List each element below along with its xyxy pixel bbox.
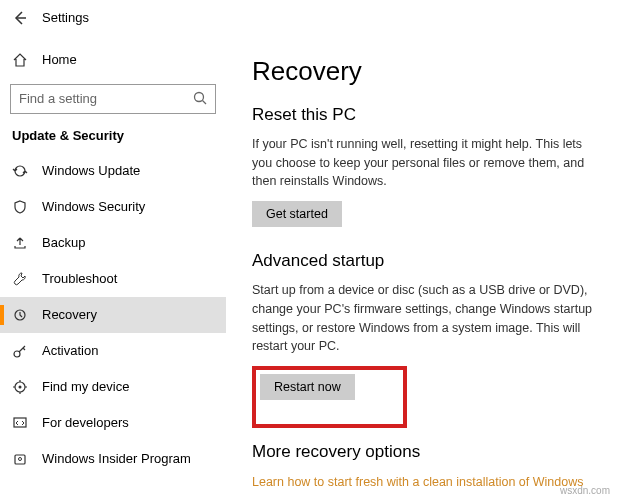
insider-icon: [12, 451, 28, 467]
advanced-startup-desc: Start up from a device or disc (such as …: [252, 281, 598, 356]
page-title: Recovery: [252, 56, 598, 87]
key-icon: [12, 343, 28, 359]
sidebar-item-windows-insider[interactable]: Windows Insider Program: [0, 441, 226, 477]
location-icon: [12, 379, 28, 395]
wrench-icon: [12, 271, 28, 287]
sidebar: Home Update & Security Windows Update Wi…: [0, 36, 226, 500]
sidebar-item-windows-security[interactable]: Windows Security: [0, 189, 226, 225]
sidebar-home-label: Home: [42, 52, 77, 67]
sidebar-item-label: Backup: [42, 235, 85, 250]
more-recovery-title: More recovery options: [252, 442, 598, 462]
sidebar-item-for-developers[interactable]: For developers: [0, 405, 226, 441]
highlight-box: Restart now: [252, 366, 407, 428]
sidebar-item-activation[interactable]: Activation: [0, 333, 226, 369]
svg-rect-12: [15, 455, 25, 464]
sidebar-item-label: Recovery: [42, 307, 97, 322]
backup-icon: [12, 235, 28, 251]
sidebar-item-label: Troubleshoot: [42, 271, 117, 286]
sidebar-item-label: Activation: [42, 343, 98, 358]
titlebar: Settings: [0, 0, 618, 36]
shield-icon: [12, 199, 28, 215]
home-icon: [12, 52, 28, 68]
sidebar-item-troubleshoot[interactable]: Troubleshoot: [0, 261, 226, 297]
search-input[interactable]: [10, 84, 216, 114]
restart-now-button[interactable]: Restart now: [260, 374, 355, 400]
developer-icon: [12, 415, 28, 431]
sidebar-item-label: Windows Update: [42, 163, 140, 178]
sidebar-item-recovery[interactable]: Recovery: [0, 297, 226, 333]
reset-pc-title: Reset this PC: [252, 105, 598, 125]
get-started-button[interactable]: Get started: [252, 201, 342, 227]
sidebar-home[interactable]: Home: [0, 44, 226, 76]
fresh-start-link[interactable]: Learn how to start fresh with a clean in…: [252, 475, 583, 489]
main-content: Recovery Reset this PC If your PC isn't …: [226, 36, 618, 500]
sidebar-item-label: For developers: [42, 415, 129, 430]
svg-point-6: [19, 385, 22, 388]
sidebar-item-label: Find my device: [42, 379, 129, 394]
sidebar-item-label: Windows Insider Program: [42, 451, 191, 466]
window-title: Settings: [42, 10, 89, 25]
sidebar-item-find-my-device[interactable]: Find my device: [0, 369, 226, 405]
recovery-icon: [12, 307, 28, 323]
search-container: [10, 84, 216, 114]
watermark: wsxdn.com: [560, 485, 610, 496]
sidebar-item-label: Windows Security: [42, 199, 145, 214]
sync-icon: [12, 163, 28, 179]
back-icon[interactable]: [12, 10, 28, 26]
sidebar-item-windows-update[interactable]: Windows Update: [0, 153, 226, 189]
reset-pc-desc: If your PC isn't running well, resetting…: [252, 135, 598, 191]
advanced-startup-title: Advanced startup: [252, 251, 598, 271]
sidebar-section-label: Update & Security: [0, 124, 226, 153]
svg-point-13: [19, 457, 22, 460]
sidebar-item-backup[interactable]: Backup: [0, 225, 226, 261]
